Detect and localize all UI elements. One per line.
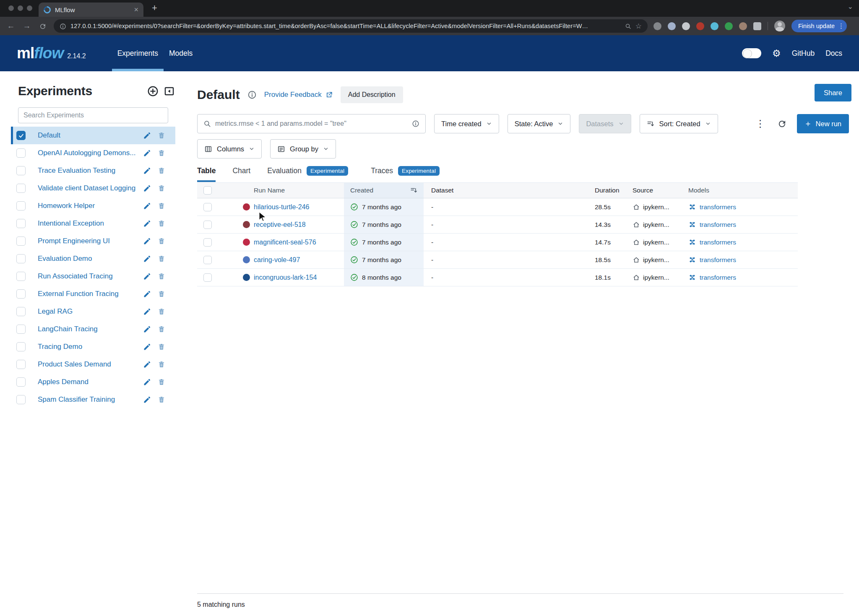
sidebar-item-apples-demand[interactable]: Apples Demand	[11, 373, 175, 391]
experiment-label[interactable]: Trace Evaluation Testing	[38, 166, 140, 175]
theme-toggle[interactable]	[742, 48, 761, 58]
run-checkbox[interactable]	[203, 221, 212, 229]
experiment-checkbox[interactable]	[16, 289, 26, 299]
close-tab-icon[interactable]: ×	[134, 6, 138, 13]
tab-evaluation[interactable]: Evaluation Experimental	[267, 166, 348, 182]
header-dataset[interactable]: Dataset	[424, 183, 581, 198]
delete-experiment-icon[interactable]	[158, 255, 165, 263]
sidebar-item-intentional-exception[interactable]: Intentional Exception	[11, 215, 175, 232]
sidebar-item-run-associated-tracing[interactable]: Run Associated Tracing	[11, 268, 175, 285]
sidebar-item-legal-rag[interactable]: Legal RAG	[11, 303, 175, 320]
nav-experiments[interactable]: Experiments	[112, 35, 164, 71]
experiment-label[interactable]: Spam Classifier Training	[38, 395, 140, 404]
new-tab-button[interactable]: +	[152, 3, 157, 13]
experiment-label[interactable]: External Function Tracing	[38, 290, 140, 298]
group-by-button[interactable]: Group by	[270, 139, 336, 159]
edit-experiment-icon[interactable]	[143, 202, 151, 210]
search-experiments-input[interactable]	[18, 107, 168, 123]
model-link[interactable]: transformers	[700, 221, 736, 229]
more-options-icon[interactable]: ⋮	[754, 119, 767, 129]
atom-extension-icon[interactable]	[711, 22, 718, 30]
run-source[interactable]: ipykern...	[643, 203, 669, 211]
experiment-checkbox[interactable]	[16, 325, 26, 334]
collapse-sidebar-button[interactable]	[164, 86, 175, 97]
page-zoom-icon[interactable]	[625, 23, 631, 30]
delete-experiment-icon[interactable]	[158, 131, 165, 140]
window-minimize-button[interactable]	[18, 5, 23, 11]
delete-experiment-icon[interactable]	[158, 343, 165, 351]
delete-experiment-icon[interactable]	[158, 307, 165, 316]
sidebar-item-spam-classifier-training[interactable]: Spam Classifier Training	[11, 391, 175, 408]
experiment-checkbox[interactable]	[16, 342, 26, 351]
delete-experiment-icon[interactable]	[158, 202, 165, 210]
run-checkbox[interactable]	[203, 203, 212, 211]
edit-experiment-icon[interactable]	[143, 290, 151, 298]
sidebar-item-default[interactable]: Default	[11, 127, 175, 144]
model-link[interactable]: transformers	[700, 203, 736, 211]
run-source[interactable]: ipykern...	[643, 274, 669, 281]
experiment-checkbox[interactable]	[16, 360, 26, 369]
run-source[interactable]: ipykern...	[643, 256, 669, 264]
experiment-checkbox[interactable]	[16, 201, 26, 211]
edit-experiment-icon[interactable]	[143, 131, 151, 140]
back-button[interactable]: ←	[6, 21, 16, 31]
search-info-icon[interactable]	[412, 120, 419, 127]
tab-chart[interactable]: Chart	[232, 166, 250, 182]
runs-search-input[interactable]	[215, 120, 408, 127]
edit-experiment-icon[interactable]	[143, 378, 151, 386]
experiment-checkbox[interactable]	[16, 307, 26, 316]
edit-experiment-icon[interactable]	[143, 219, 151, 228]
mlflow-logo[interactable]: ml flow 2.14.2	[17, 44, 86, 62]
run-name-link[interactable]: incongruous-lark-154	[254, 274, 317, 281]
fox-extension-icon[interactable]	[739, 22, 747, 30]
time-created-filter[interactable]: Time created	[434, 114, 499, 133]
edit-experiment-icon[interactable]	[143, 307, 151, 316]
experiment-label[interactable]: LangChain Tracing	[38, 325, 140, 333]
edit-experiment-icon[interactable]	[143, 184, 151, 192]
edit-experiment-icon[interactable]	[143, 255, 151, 263]
header-duration[interactable]: Duration	[581, 183, 629, 198]
experiment-checkbox[interactable]	[16, 184, 26, 193]
experiment-checkbox[interactable]	[16, 377, 26, 387]
run-checkbox[interactable]	[203, 273, 212, 282]
experiment-label[interactable]: Evaluation Demo	[38, 255, 140, 263]
delete-experiment-icon[interactable]	[158, 166, 165, 175]
header-source[interactable]: Source	[629, 183, 685, 198]
edit-experiment-icon[interactable]	[143, 343, 151, 351]
reload-button[interactable]	[38, 21, 48, 31]
delete-experiment-icon[interactable]	[158, 395, 165, 404]
table-row[interactable]: magnificent-seal-576 7 months ago - 14.7…	[197, 234, 798, 251]
sidebar-item-prompt-engineering-ui[interactable]: Prompt Engineering UI	[11, 232, 175, 250]
delete-experiment-icon[interactable]	[158, 325, 165, 333]
sidebar-item-langchain-tracing[interactable]: LangChain Tracing	[11, 320, 175, 338]
edit-experiment-icon[interactable]	[143, 272, 151, 281]
window-zoom-button[interactable]	[27, 5, 32, 11]
docs-link[interactable]: Docs	[825, 49, 842, 58]
experiment-checkbox[interactable]	[16, 237, 26, 246]
runs-search-box[interactable]	[197, 114, 426, 133]
sidebar-item-product-sales-demand[interactable]: Product Sales Demand	[11, 356, 175, 373]
run-checkbox[interactable]	[203, 238, 212, 247]
table-row[interactable]: hilarious-turtle-246 7 months ago - 28.5…	[197, 198, 798, 216]
tab-traces[interactable]: Traces Experimental	[371, 166, 440, 182]
header-run-name[interactable]: Run Name	[252, 183, 344, 198]
c-extension-icon[interactable]	[682, 22, 690, 30]
site-info-icon[interactable]	[60, 22, 66, 29]
tab-table[interactable]: Table	[197, 166, 216, 182]
run-name-link[interactable]: caring-vole-497	[254, 256, 300, 264]
table-row[interactable]: caring-vole-497 7 months ago - 18.5s ipy…	[197, 251, 798, 269]
github-link[interactable]: GitHub	[792, 49, 815, 58]
run-source[interactable]: ipykern...	[643, 239, 669, 246]
edit-experiment-icon[interactable]	[143, 360, 151, 369]
sort-descending-icon[interactable]	[410, 187, 418, 195]
table-row[interactable]: receptive-eel-518 7 months ago - 14.3s i…	[197, 216, 798, 234]
experiment-checkbox[interactable]	[16, 166, 26, 175]
provide-feedback-link[interactable]: Provide Feedback	[264, 91, 333, 99]
model-link[interactable]: transformers	[700, 274, 736, 281]
window-close-button[interactable]	[8, 5, 14, 11]
state-filter[interactable]: State: Active	[508, 114, 571, 133]
experiment-label[interactable]: Prompt Engineering UI	[38, 237, 140, 245]
gear-extension-icon[interactable]	[653, 22, 661, 30]
experiment-label[interactable]: Homework Helper	[38, 202, 140, 210]
refresh-icon[interactable]	[776, 119, 789, 129]
